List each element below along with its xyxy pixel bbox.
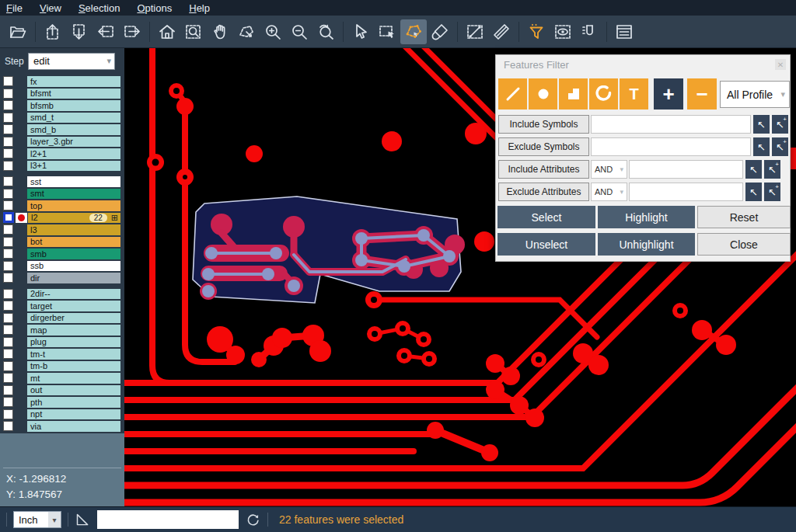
layer-name-bar[interactable]: smb bbox=[27, 249, 120, 259]
arc-feature-button[interactable] bbox=[589, 78, 618, 110]
layer-row-fx[interactable]: fx bbox=[0, 75, 124, 88]
layer-name-bar[interactable]: layer_3.gbr bbox=[27, 137, 120, 148]
refresh-icon[interactable] bbox=[245, 512, 261, 528]
layer-checkbox[interactable] bbox=[3, 124, 13, 134]
layer-row-via[interactable]: via bbox=[0, 420, 124, 433]
layer-name-bar[interactable]: smd_b bbox=[27, 124, 120, 135]
layer-row-plug[interactable]: plug bbox=[0, 336, 124, 349]
layer-row-ssb[interactable]: ssb bbox=[0, 260, 124, 273]
pad-feature-button[interactable] bbox=[529, 78, 557, 110]
pan-polygon-icon[interactable] bbox=[233, 19, 260, 44]
open-folder-icon[interactable] bbox=[5, 19, 31, 44]
layer-checkbox[interactable] bbox=[3, 373, 13, 383]
send-left-icon[interactable] bbox=[93, 19, 119, 44]
pick-from-canvas-icon[interactable]: ↖ bbox=[753, 137, 770, 156]
snap-angle-icon[interactable] bbox=[75, 512, 91, 528]
menu-view[interactable]: View bbox=[40, 2, 61, 14]
layer-row-mt[interactable]: mt bbox=[0, 372, 124, 384]
pick-add-from-canvas-icon[interactable]: ↖+ bbox=[764, 160, 780, 179]
layer-checkbox[interactable] bbox=[3, 301, 13, 311]
layer-row-smd_b[interactable]: smd_b bbox=[0, 123, 124, 136]
exclude-symbols-button[interactable]: Exclude Symbols bbox=[498, 137, 589, 156]
add-filter-button[interactable]: + bbox=[654, 78, 683, 110]
measure-distance-icon[interactable] bbox=[462, 19, 488, 44]
layer-name-bar[interactable]: smt bbox=[27, 189, 120, 200]
text-feature-button[interactable]: T bbox=[620, 78, 648, 110]
layer-checkbox[interactable] bbox=[3, 189, 13, 199]
layer-row-tm-b[interactable]: tm-b bbox=[0, 360, 124, 373]
layer-row-layer_3.gbr[interactable]: layer_3.gbr bbox=[0, 136, 124, 148]
layer-checkbox[interactable] bbox=[3, 409, 13, 419]
layer-checkbox[interactable] bbox=[3, 137, 13, 147]
layer-checkbox[interactable] bbox=[3, 237, 13, 247]
measure-ruler-icon[interactable] bbox=[488, 19, 515, 44]
surface-feature-button[interactable] bbox=[559, 78, 588, 110]
layer-checkbox[interactable] bbox=[3, 273, 13, 283]
layer-checkbox[interactable] bbox=[3, 148, 13, 158]
include-symbols-input[interactable] bbox=[591, 115, 751, 134]
layer-checkbox[interactable] bbox=[3, 421, 13, 431]
menu-help[interactable]: Help bbox=[189, 2, 210, 14]
layer-name-bar[interactable]: bfsmb bbox=[27, 100, 120, 111]
layer-name-bar[interactable]: l3+1 bbox=[27, 161, 120, 172]
zoom-out-icon[interactable] bbox=[286, 19, 312, 44]
layer-checkbox[interactable] bbox=[3, 349, 13, 359]
send-down-icon[interactable] bbox=[66, 19, 93, 44]
layer-checkbox[interactable] bbox=[3, 313, 13, 323]
layer-name-bar[interactable]: l3 bbox=[27, 224, 120, 235]
exclude-attributes-operator-select[interactable]: AND ▾ bbox=[591, 183, 627, 201]
highlight-button[interactable]: Highlight bbox=[598, 206, 695, 228]
home-view-icon[interactable] bbox=[154, 19, 180, 44]
layer-checkbox[interactable] bbox=[3, 361, 13, 371]
layer-name-bar[interactable]: top bbox=[27, 200, 120, 211]
repaint-brush-icon[interactable] bbox=[427, 19, 453, 44]
layer-name-bar[interactable]: 2dir-- bbox=[27, 289, 120, 300]
layer-row-target[interactable]: target bbox=[0, 300, 124, 312]
zoom-window-icon[interactable] bbox=[180, 19, 207, 44]
close-icon[interactable]: ✕ bbox=[775, 59, 786, 70]
layer-checkbox[interactable] bbox=[3, 385, 13, 395]
pick-from-canvas-icon[interactable]: ↖ bbox=[753, 115, 770, 134]
zoom-in-icon[interactable] bbox=[260, 19, 286, 44]
layer-row-top[interactable]: top bbox=[0, 200, 124, 212]
layer-row-bot[interactable]: bot bbox=[0, 236, 124, 249]
layer-name-bar[interactable]: fx bbox=[27, 76, 120, 87]
layer-checkbox[interactable] bbox=[3, 161, 13, 171]
unselect-button[interactable]: Unselect bbox=[498, 233, 595, 256]
layer-row-smb[interactable]: smb bbox=[0, 248, 124, 260]
layer-name-bar[interactable]: dir bbox=[27, 273, 120, 283]
layer-name-bar[interactable]: tm-t bbox=[27, 349, 120, 360]
layer-row-smt[interactable]: smt bbox=[0, 188, 124, 200]
layer-row-npt[interactable]: npt bbox=[0, 409, 124, 421]
layer-row-l3[interactable]: l3 bbox=[0, 224, 124, 236]
remove-filter-button[interactable]: − bbox=[687, 78, 717, 110]
view-options-icon[interactable] bbox=[550, 19, 576, 44]
pick-from-canvas-icon[interactable]: ↖ bbox=[745, 160, 762, 179]
layer-checkbox[interactable] bbox=[3, 289, 13, 299]
layer-checkbox[interactable] bbox=[3, 176, 13, 186]
layer-checkbox[interactable] bbox=[3, 224, 13, 235]
menu-selection[interactable]: Selection bbox=[79, 2, 120, 14]
layer-row-bfsmt[interactable]: bfsmt bbox=[0, 88, 124, 100]
layer-name-bar[interactable]: out bbox=[27, 385, 120, 396]
select-arrow-icon[interactable] bbox=[347, 19, 374, 44]
send-right-icon[interactable] bbox=[119, 19, 145, 44]
layer-row-sst[interactable]: sst bbox=[0, 176, 124, 188]
select-polygon-icon[interactable] bbox=[400, 19, 427, 44]
layer-name-bar[interactable]: pth bbox=[27, 397, 120, 408]
select-rectangle-icon[interactable] bbox=[374, 19, 400, 44]
features-filter-icon[interactable] bbox=[523, 19, 550, 44]
layer-checkbox[interactable] bbox=[3, 249, 13, 259]
layer-name-bar[interactable]: tm-b bbox=[27, 361, 120, 372]
zoom-previous-icon[interactable] bbox=[312, 19, 339, 44]
close-button[interactable]: Close bbox=[697, 233, 791, 256]
layer-row-smd_t[interactable]: smd_t bbox=[0, 112, 124, 124]
exclude-attributes-button[interactable]: Exclude Attributes bbox=[498, 183, 589, 201]
layer-row-l2+1[interactable]: l2+1 bbox=[0, 148, 124, 160]
line-feature-button[interactable] bbox=[498, 78, 527, 110]
layer-name-bar[interactable]: l2+1 bbox=[27, 148, 120, 159]
send-up-icon[interactable] bbox=[40, 19, 66, 44]
layer-name-bar[interactable]: dirgerber bbox=[27, 313, 120, 324]
layer-name-bar[interactable]: via bbox=[27, 421, 120, 432]
layer-row-2dir--[interactable]: 2dir-- bbox=[0, 288, 124, 301]
